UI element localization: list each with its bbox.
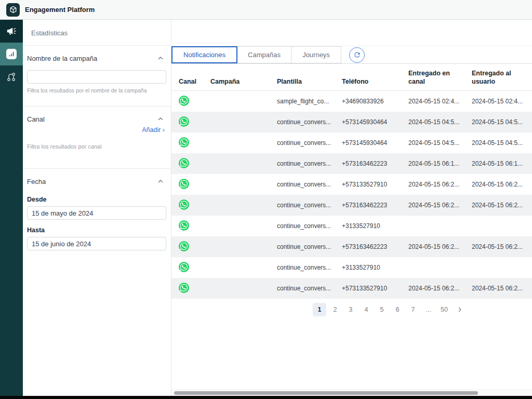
table-row: continue_convers... +573163462223 2024-0… bbox=[171, 153, 532, 174]
phone-cell: +573133527910 bbox=[342, 285, 408, 292]
main-content: Notificaciones Campañas Journeys Canal C… bbox=[171, 20, 532, 396]
channel-cell bbox=[179, 137, 210, 149]
chevron-up-icon bbox=[157, 55, 164, 61]
delivered-user-cell: 2024-05-15 06:2... bbox=[472, 202, 532, 209]
channel-filter-section: Canal Añadir › Filtra los resultados por… bbox=[23, 107, 171, 169]
whatsapp-icon bbox=[179, 262, 189, 272]
page-button-2[interactable]: 2 bbox=[328, 303, 342, 316]
delivered-user-cell: 2024-05-15 06:2... bbox=[472, 243, 532, 250]
nav-item-statistics[interactable] bbox=[0, 43, 23, 65]
refresh-icon bbox=[353, 51, 361, 59]
table-row: continue_convers... +573163462223 2024-0… bbox=[171, 236, 532, 257]
delivered-user-cell: 2024-05-15 06:2... bbox=[472, 285, 532, 292]
date-filter-label: Fecha bbox=[27, 178, 46, 185]
add-channel-link[interactable]: Añadir › bbox=[142, 126, 165, 134]
phone-cell: +573145930464 bbox=[342, 118, 408, 126]
channel-cell bbox=[179, 179, 210, 191]
delivered-channel-cell: 2024-05-15 04:5... bbox=[408, 139, 472, 147]
nav-item-journeys[interactable] bbox=[0, 65, 23, 88]
date-from-input[interactable] bbox=[27, 206, 166, 220]
table-row: continue_convers... +573133527910 2024-0… bbox=[171, 278, 532, 299]
date-from-label: Desde bbox=[27, 196, 166, 203]
table-row: sample_flight_co... +34690833926 2024-05… bbox=[171, 91, 532, 112]
chevron-up-icon bbox=[157, 178, 164, 184]
page-button-6[interactable]: 6 bbox=[391, 303, 404, 316]
nav-rail bbox=[0, 20, 23, 396]
scrollbar-thumb[interactable] bbox=[174, 391, 478, 395]
chevron-up-icon bbox=[157, 116, 164, 122]
template-cell: continue_convers... bbox=[277, 181, 342, 188]
page-button-5[interactable]: 5 bbox=[375, 303, 389, 316]
column-header-telefono: Teléfono bbox=[342, 77, 408, 90]
template-cell: sample_flight_co... bbox=[277, 98, 342, 105]
delivered-user-cell: 2024-05-15 04:5... bbox=[472, 139, 532, 147]
whatsapp-icon bbox=[179, 220, 189, 231]
date-to-input[interactable] bbox=[27, 237, 166, 250]
channel-cell bbox=[179, 116, 210, 128]
collapse-campaign-name-button[interactable] bbox=[156, 54, 165, 62]
horizontal-scrollbar bbox=[171, 390, 532, 396]
channel-filter-label: Canal bbox=[27, 115, 45, 123]
whatsapp-icon bbox=[179, 96, 189, 106]
channel-cell bbox=[179, 262, 210, 274]
tab-campanas[interactable]: Campañas bbox=[237, 46, 291, 63]
collapse-date-button[interactable] bbox=[156, 177, 165, 185]
delivered-channel-cell: 2024-05-15 06:2... bbox=[408, 285, 472, 292]
delivered-channel-cell: 2024-05-15 06:2... bbox=[408, 202, 472, 209]
page-button-4[interactable]: 4 bbox=[360, 303, 373, 316]
template-cell: continue_convers... bbox=[277, 118, 342, 126]
journey-icon bbox=[6, 71, 17, 83]
date-filter-section: Fecha Desde Hasta bbox=[23, 169, 171, 263]
next-page-button[interactable] bbox=[453, 303, 467, 316]
delivered-user-cell: 2024-05-15 04:5... bbox=[472, 118, 532, 126]
column-header-entregado-canal: Entregado en canal bbox=[408, 69, 472, 91]
tab-journeys[interactable]: Journeys bbox=[291, 46, 341, 63]
template-cell: continue_convers... bbox=[277, 222, 342, 230]
channel-cell bbox=[179, 283, 210, 295]
collapse-channel-button[interactable] bbox=[156, 115, 165, 123]
date-to-label: Hasta bbox=[27, 227, 166, 234]
app-logo bbox=[6, 3, 20, 17]
template-cell: continue_convers... bbox=[277, 285, 342, 292]
template-cell: continue_convers... bbox=[277, 264, 342, 271]
channel-cell bbox=[179, 96, 210, 108]
channel-cell bbox=[179, 220, 210, 232]
tabs-bar: Notificaciones Campañas Journeys bbox=[171, 46, 532, 64]
whatsapp-icon bbox=[179, 137, 189, 148]
channel-cell bbox=[179, 158, 210, 170]
refresh-button[interactable] bbox=[349, 47, 365, 63]
delivered-channel-cell: 2024-05-15 06:1... bbox=[408, 160, 472, 167]
page-button-7[interactable]: 7 bbox=[406, 303, 420, 316]
page-button-50[interactable]: 50 bbox=[437, 303, 451, 316]
phone-cell: +573145930464 bbox=[342, 139, 408, 147]
table-body: sample_flight_co... +34690833926 2024-05… bbox=[171, 91, 532, 299]
page-button-3[interactable]: 3 bbox=[344, 303, 357, 316]
delivered-channel-cell: 2024-05-15 04:5... bbox=[408, 118, 472, 126]
phone-cell: +573163462223 bbox=[342, 160, 408, 167]
table-row: continue_convers... +3133527910 bbox=[171, 257, 532, 278]
nav-item-campaigns[interactable] bbox=[0, 20, 23, 43]
notifications-table: Canal Campaña Plantilla Teléfono Entrega… bbox=[171, 65, 532, 299]
campaign-name-input[interactable] bbox=[27, 70, 166, 84]
top-bar: Engagement Platform bbox=[0, 0, 532, 20]
pagination-ellipsis: ... bbox=[422, 303, 435, 316]
table-row: continue_convers... +3133527910 bbox=[171, 216, 532, 236]
filters-panel: Estadísticas Nombre de la campaña Filtra… bbox=[23, 20, 171, 396]
table-row: continue_convers... +573163462223 2024-0… bbox=[171, 195, 532, 216]
page-button-1[interactable]: 1 bbox=[313, 303, 326, 316]
channel-helper-text: Filtra los resultados por canal bbox=[27, 143, 166, 150]
phone-cell: +3133527910 bbox=[342, 222, 408, 230]
campaign-name-filter-label: Nombre de la campaña bbox=[27, 55, 97, 62]
phone-cell: +34690833926 bbox=[342, 98, 408, 105]
app-title: Engagement Platform bbox=[25, 6, 95, 14]
table-header-row: Canal Campaña Plantilla Teléfono Entrega… bbox=[171, 65, 532, 91]
table-row: continue_convers... +573145930464 2024-0… bbox=[171, 132, 532, 153]
cube-icon bbox=[9, 6, 17, 14]
table-row: continue_convers... +573145930464 2024-0… bbox=[171, 112, 532, 132]
delivered-channel-cell: 2024-05-15 06:2... bbox=[408, 181, 472, 188]
campaign-name-filter-section: Nombre de la campaña Filtra los resultad… bbox=[23, 46, 171, 107]
tab-notificaciones[interactable]: Notificaciones bbox=[171, 46, 237, 63]
phone-cell: +573133527910 bbox=[342, 181, 408, 188]
column-header-entregado-usuario: Entregado al usuario bbox=[472, 69, 532, 91]
bar-chart-icon bbox=[6, 49, 17, 59]
